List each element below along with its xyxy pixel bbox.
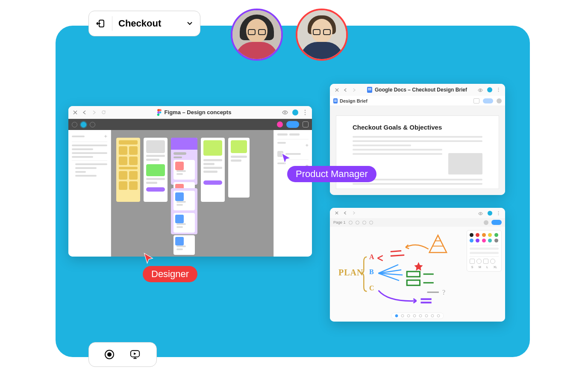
svg-point-9 <box>498 91 499 92</box>
size-s[interactable]: S <box>471 266 473 269</box>
page-dot[interactable] <box>356 221 359 225</box>
pager-dot[interactable] <box>431 314 434 317</box>
page-dot[interactable] <box>362 221 366 225</box>
visibility-icon[interactable] <box>478 210 484 216</box>
pager-dot[interactable] <box>401 314 404 317</box>
color-swatch[interactable] <box>482 239 486 242</box>
whiteboard-window[interactable]: Page 1 <box>330 208 505 322</box>
forward-icon[interactable] <box>91 110 97 115</box>
svg-text:?: ? <box>442 289 445 296</box>
tool-circle-active[interactable] <box>81 122 86 127</box>
pager-dot[interactable] <box>413 314 416 317</box>
gdocs-logo-icon <box>367 87 372 93</box>
figma-window[interactable]: Figma – Design concepts + <box>68 106 312 257</box>
close-icon[interactable] <box>334 87 339 92</box>
back-icon[interactable] <box>343 87 348 92</box>
wb-tool-circle[interactable] <box>484 220 488 225</box>
svg-line-17 <box>391 255 404 256</box>
color-swatch[interactable] <box>470 239 473 242</box>
shape-circle[interactable] <box>490 259 495 264</box>
page-dot[interactable] <box>349 221 353 225</box>
tool-circle[interactable] <box>72 122 77 127</box>
figma-right-panel: + + <box>273 130 312 257</box>
figma-canvas[interactable] <box>111 130 273 257</box>
color-swatch[interactable] <box>470 233 473 237</box>
whiteboard-option-b: B <box>369 268 374 276</box>
cursor-label-pm: Product Manager <box>287 166 376 182</box>
gdocs-avatar[interactable] <box>497 98 502 103</box>
close-icon[interactable] <box>334 210 339 216</box>
back-icon[interactable] <box>82 110 87 115</box>
pager-dot[interactable] <box>395 314 398 317</box>
whiteboard-canvas[interactable]: ? PLAN A B C <box>330 227 464 322</box>
artboard[interactable] <box>144 138 168 202</box>
figma-title: Figma – Design concepts <box>110 109 278 116</box>
tool-square[interactable] <box>303 121 309 127</box>
artboard[interactable] <box>201 138 225 202</box>
color-swatch[interactable] <box>476 233 479 237</box>
artboard-clipped[interactable] <box>228 138 243 202</box>
svg-point-6 <box>480 90 481 91</box>
pager-dot[interactable] <box>437 314 440 317</box>
page-label[interactable]: Page 1 <box>333 220 346 225</box>
record-button[interactable] <box>105 350 114 359</box>
size-xl[interactable]: XL <box>494 266 497 269</box>
size-m[interactable]: M <box>479 266 481 269</box>
color-swatch[interactable] <box>494 233 498 237</box>
slider[interactable] <box>470 252 499 254</box>
svg-point-10 <box>480 213 481 214</box>
pager-dot[interactable] <box>425 314 428 317</box>
color-swatch[interactable] <box>488 233 492 237</box>
gdocs-tool[interactable] <box>473 98 479 103</box>
figma-titlebar: Figma – Design concepts <box>68 106 312 119</box>
svg-point-8 <box>498 89 499 90</box>
back-icon[interactable] <box>343 210 348 216</box>
svg-rect-23 <box>407 280 420 285</box>
size-l[interactable]: L <box>486 266 488 269</box>
more-icon[interactable] <box>496 87 501 92</box>
forward-icon[interactable] <box>351 210 356 216</box>
gdocs-titlebar: Google Docs – Checkout Design Brief <box>330 84 505 96</box>
artboard[interactable] <box>116 138 140 202</box>
artboard[interactable] <box>171 188 197 234</box>
forward-icon[interactable] <box>351 87 356 92</box>
pager-dot[interactable] <box>407 314 410 317</box>
doc-image-placeholder <box>448 153 482 174</box>
color-swatch[interactable] <box>494 239 498 242</box>
color-swatch[interactable] <box>488 239 492 242</box>
slider[interactable] <box>470 248 499 250</box>
color-swatch[interactable] <box>482 233 486 237</box>
whiteboard-plan-label: PLAN <box>338 268 363 278</box>
pager-dot[interactable] <box>419 314 422 317</box>
exit-icon[interactable] <box>95 18 106 29</box>
cursor-pm: Product Manager <box>280 152 376 182</box>
whiteboard-option-c: C <box>369 284 374 292</box>
shape-circle[interactable] <box>476 259 482 264</box>
artboard[interactable] <box>171 138 197 185</box>
close-icon[interactable] <box>73 110 78 115</box>
more-icon[interactable] <box>303 110 308 115</box>
shape-rect[interactable] <box>470 259 475 264</box>
whiteboard-option-a: A <box>369 253 374 261</box>
participant-avatar-1[interactable] <box>231 9 283 61</box>
visibility-icon[interactable] <box>282 109 288 115</box>
svg-point-7 <box>498 88 499 89</box>
wb-share-pill[interactable] <box>491 220 502 225</box>
more-icon[interactable] <box>496 210 501 216</box>
color-swatches <box>470 233 499 242</box>
participant-avatar-2[interactable] <box>296 9 348 61</box>
refresh-icon[interactable] <box>101 110 106 115</box>
chevron-down-icon[interactable] <box>186 20 194 27</box>
shape-rect[interactable] <box>483 259 488 264</box>
svg-point-11 <box>498 211 499 212</box>
whiteboard-titlebar <box>330 208 505 218</box>
screenshare-button[interactable] <box>129 349 141 360</box>
color-swatch[interactable] <box>476 239 479 242</box>
share-button[interactable] <box>286 121 299 128</box>
page-dot[interactable] <box>369 221 373 225</box>
checkout-dropdown-label[interactable]: Checkout <box>118 18 180 29</box>
gdocs-tab[interactable]: Design Brief <box>333 98 368 103</box>
visibility-icon[interactable] <box>478 87 484 93</box>
tool-circle[interactable] <box>90 122 95 127</box>
gdocs-share-pill[interactable] <box>483 98 493 103</box>
